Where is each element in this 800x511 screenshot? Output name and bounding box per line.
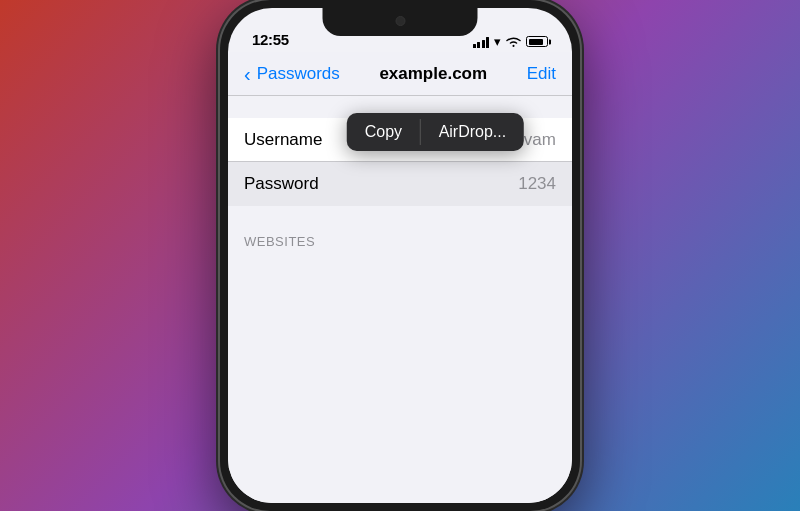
content-area: Username shivam Copy AirDrop... Password… <box>228 96 572 503</box>
username-label: Username <box>244 130 322 150</box>
password-value: 1234 <box>518 174 556 194</box>
svg-point-0 <box>513 45 515 47</box>
signal-icon <box>473 36 490 48</box>
battery-icon <box>526 36 548 47</box>
websites-label: WEBSITES <box>228 228 572 253</box>
notch <box>323 8 478 36</box>
password-label: Password <box>244 174 319 194</box>
navigation-bar: ‹ Passwords example.com Edit <box>228 52 572 96</box>
back-label: Passwords <box>257 64 340 84</box>
copy-button[interactable]: Copy <box>347 113 420 151</box>
context-menu: Copy AirDrop... <box>347 113 524 151</box>
status-icons: ▾︎ <box>473 35 549 48</box>
status-time: 12:55 <box>252 31 289 48</box>
phone-frame: 12:55 ▾︎ <box>220 0 580 511</box>
page-title: example.com <box>379 64 487 84</box>
username-row[interactable]: Username shivam Copy AirDrop... <box>228 118 572 162</box>
airdrop-button[interactable]: AirDrop... <box>421 113 525 151</box>
screen: 12:55 ▾︎ <box>228 8 572 503</box>
password-row[interactable]: Password 1234 <box>228 162 572 206</box>
camera-sensor <box>395 16 405 26</box>
wifi-icon-svg <box>506 36 521 47</box>
credentials-group: Username shivam Copy AirDrop... Password… <box>228 118 572 206</box>
edit-button[interactable]: Edit <box>527 64 556 84</box>
websites-section: WEBSITES <box>228 228 572 253</box>
back-button[interactable]: ‹ Passwords <box>244 64 340 84</box>
back-chevron-icon: ‹ <box>244 64 251 84</box>
phone-wrapper: 12:55 ▾︎ <box>210 0 590 511</box>
wifi-icon: ▾︎ <box>494 35 501 48</box>
